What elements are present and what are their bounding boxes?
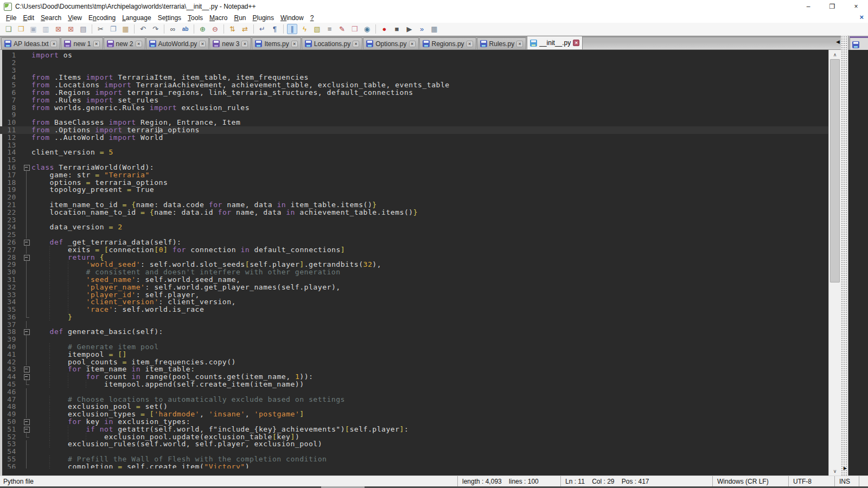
zoom-in-icon[interactable]: ⊕ — [197, 24, 208, 34]
close-button[interactable]: × — [844, 0, 868, 13]
vertical-scrollbar[interactable]: ∧ ∨ — [828, 50, 841, 476]
menu-edit[interactable]: Edit — [20, 14, 37, 22]
menu-run[interactable]: Run — [231, 14, 249, 22]
code-line[interactable]: 35 'race': self.world.is_race — [0, 306, 828, 313]
tab-scroll-left-icon[interactable]: ◀ — [836, 39, 840, 44]
copy-icon[interactable]: ❐ — [108, 24, 118, 34]
menu-help[interactable]: ? — [307, 14, 317, 22]
tab-new-1[interactable]: new 1× — [61, 37, 103, 49]
code-line[interactable]: 51 if not getattr(self.world, f"include_… — [0, 426, 828, 433]
fold-toggle-icon[interactable] — [22, 426, 31, 433]
menu-language[interactable]: Language — [119, 14, 155, 22]
word-wrap-icon[interactable]: ↵ — [257, 24, 267, 34]
tab-close-icon[interactable]: × — [291, 41, 298, 47]
fold-toggle-icon[interactable] — [22, 418, 31, 426]
tab--init-py[interactable]: __init__.py× — [527, 36, 583, 49]
code-line[interactable]: 30 # consistent and doesn't interfere wi… — [0, 268, 828, 276]
tab-close-icon[interactable]: × — [50, 41, 57, 47]
undo-icon[interactable]: ↶ — [138, 24, 148, 34]
code-line[interactable]: 4from .Items import TerrariaItem, item_t… — [0, 74, 828, 81]
code-line[interactable]: 42 pool_counts = item_frequencies.copy() — [0, 358, 828, 366]
cut-icon[interactable]: ✂ — [95, 24, 106, 34]
tab-close-icon[interactable]: × — [93, 41, 100, 47]
code-line[interactable]: 39 — [0, 336, 828, 343]
code-line[interactable]: 54 — [0, 448, 828, 455]
code-line[interactable]: 21 item_name_to_id = {name: data.code fo… — [0, 201, 828, 209]
code-line[interactable]: 46 — [0, 388, 828, 396]
tab-new-3[interactable]: new 3× — [209, 37, 251, 49]
new-file-icon[interactable]: ❑ — [3, 24, 14, 34]
save-all-icon[interactable]: ▥ — [41, 24, 51, 34]
replace-icon[interactable]: ab — [180, 24, 190, 34]
code-line[interactable]: 38 def generate_basic(self): — [0, 328, 828, 336]
redo-icon[interactable]: ↷ — [150, 24, 161, 34]
code-line[interactable]: 48 exclusion_pool = set() — [0, 403, 828, 410]
menu-encoding[interactable]: Encoding — [85, 14, 119, 22]
scrollbar-thumb[interactable] — [830, 59, 840, 282]
fold-toggle-icon[interactable] — [22, 365, 31, 373]
sync-vertical-icon[interactable]: ⇅ — [227, 24, 238, 34]
code-line[interactable]: 49 exclusion_types = ['hardmode', 'insan… — [0, 410, 828, 418]
code-line[interactable]: 6from .Regions import terraria_regions, … — [0, 89, 828, 97]
doc-switcher-icon[interactable]: ≡ — [324, 24, 335, 34]
code-line[interactable]: 33 'player_id': self.player, — [0, 291, 828, 299]
code-line[interactable]: 28 return { — [0, 254, 828, 261]
code-line[interactable]: 16class TerrariaWorld(World): — [0, 164, 828, 171]
macro-stop-icon[interactable]: ■ — [392, 24, 402, 34]
tab-rules-py[interactable]: Rules.py× — [477, 37, 527, 49]
document-map-icon[interactable]: ▧ — [312, 24, 322, 34]
code-line[interactable]: 8from worlds.generic.Rules import exclus… — [0, 104, 828, 112]
folder-workspace-icon[interactable]: ❒ — [349, 24, 360, 34]
code-line[interactable]: 14client_version = 5 — [0, 149, 828, 156]
code-line[interactable]: 55 # Prefill the Wall of Flesh with the … — [0, 455, 828, 463]
status-insert-mode[interactable]: INS — [834, 476, 859, 486]
code-line[interactable]: 31 'seed_name': self.world.seed_name, — [0, 276, 828, 284]
fold-toggle-icon[interactable] — [22, 239, 31, 246]
save-icon[interactable]: ▣ — [28, 24, 39, 34]
code-line[interactable]: 36 } — [0, 313, 828, 321]
status-eol-format[interactable]: Windows (CR LF) — [712, 476, 788, 486]
code-line[interactable]: 56 completion = self.create_item("Victor… — [0, 463, 828, 468]
close-doc-icon[interactable]: ⊠ — [53, 24, 63, 34]
code-line[interactable]: 47 # Choose locations to automatically e… — [0, 396, 828, 403]
menu-macro[interactable]: Macro — [206, 14, 231, 22]
tab-ap-ideas-txt[interactable]: AP Ideas.txt× — [1, 37, 60, 49]
tab-close-icon[interactable]: × — [516, 41, 523, 47]
code-line[interactable]: 43 for item_name in item_table: — [0, 365, 828, 373]
close-all-icon[interactable]: ⊠ — [66, 24, 76, 34]
sync-horizontal-icon[interactable]: ⇄ — [240, 24, 250, 34]
menu-search[interactable]: Search — [37, 14, 65, 22]
code-line[interactable]: 10from BaseClasses import Region, Entran… — [0, 119, 828, 126]
second-view-tab[interactable] — [850, 36, 868, 50]
code-line[interactable]: 3 — [0, 67, 828, 74]
restore-button[interactable]: ❐ — [820, 0, 844, 13]
view-splitter[interactable] — [841, 36, 848, 476]
code-line[interactable]: 29 'world_seed': self.world.slot_seeds[s… — [0, 261, 828, 268]
tab-items-py[interactable]: Items.py× — [252, 37, 301, 49]
scroll-down-icon[interactable]: ∨ — [829, 466, 841, 476]
code-line[interactable]: 15 — [0, 156, 828, 164]
code-line[interactable]: 23 — [0, 216, 828, 224]
code-line[interactable]: 41 itempool = [] — [0, 351, 828, 358]
menu-file[interactable]: File — [3, 14, 20, 22]
code-line[interactable]: 26 def _get_terraria_data(self): — [0, 239, 828, 246]
code-line[interactable]: 34 'client_version': client_version, — [0, 298, 828, 306]
code-line[interactable]: 11from .Options import terraria_options — [0, 126, 828, 134]
code-line[interactable]: 37 — [0, 321, 828, 329]
fold-toggle-icon[interactable] — [22, 373, 31, 381]
macro-record-icon[interactable]: ● — [379, 24, 390, 34]
code-line[interactable]: 13 — [0, 142, 828, 149]
tab-options-py[interactable]: Options.py× — [363, 37, 418, 49]
print-icon[interactable]: ▤ — [78, 24, 88, 34]
minimize-button[interactable]: – — [796, 0, 820, 13]
code-line[interactable]: 22 location_name_to_id = {name: data.id … — [0, 209, 828, 216]
code-line[interactable]: 52 exclusion_pool.update(exclusion_table… — [0, 433, 828, 441]
code-line[interactable]: 12from ..AutoWorld import World — [0, 134, 828, 142]
code-line[interactable]: 5from .Locations import TerrariaAchievem… — [0, 81, 828, 89]
code-line[interactable]: 50 for key in exclusion_types: — [0, 418, 828, 426]
macro-save-icon[interactable]: ▦ — [429, 24, 439, 34]
fold-toggle-icon[interactable] — [22, 254, 31, 261]
code-line[interactable]: 40 # Generate item pool — [0, 343, 828, 351]
function-list-icon[interactable]: ✎ — [337, 24, 347, 34]
code-line[interactable]: 2 — [0, 59, 828, 67]
